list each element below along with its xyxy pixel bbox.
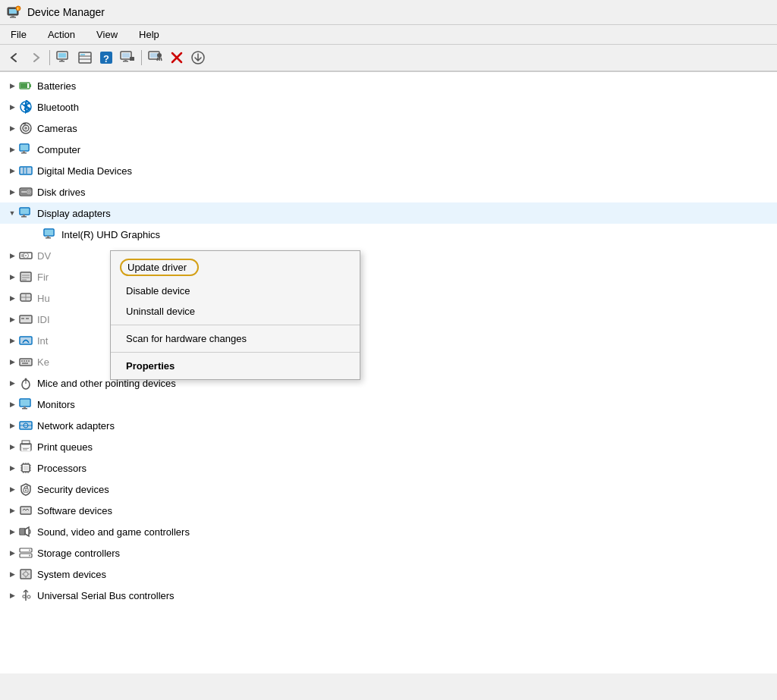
toolbar-device-btn[interactable]	[146, 48, 165, 67]
ctx-disable-device[interactable]: Disable device	[111, 281, 360, 301]
svg-rect-8	[61, 59, 63, 61]
tree-item-monitors[interactable]: ▶ Monitors	[0, 394, 777, 415]
toolbar-show-btn[interactable]	[54, 48, 74, 67]
tree-item-cameras[interactable]: ▶ Cameras	[0, 118, 777, 139]
update-driver-highlight: Update driver	[120, 259, 199, 276]
expander-print-queues[interactable]: ▶	[6, 441, 18, 453]
tree-item-display-adapters[interactable]: ▼ Display adapters	[0, 202, 777, 224]
expander-firmware[interactable]: ▶	[6, 271, 18, 283]
svg-rect-91	[24, 407, 26, 408]
disk-drives-icon	[18, 184, 33, 199]
svg-rect-2	[11, 15, 14, 17]
svg-point-117	[25, 490, 27, 491]
expander-batteries[interactable]: ▶	[6, 80, 18, 92]
tree-item-usb[interactable]: ▶ Universal Serial Bus controllers	[0, 585, 777, 606]
expander-digital-media[interactable]: ▶	[6, 165, 18, 177]
display-adapters-icon	[18, 206, 33, 221]
toolbar-help-btn[interactable]: ?	[96, 48, 116, 67]
tree-item-digital-media[interactable]: ▶ Digital Media Devices	[0, 160, 777, 181]
intel-network-icon	[18, 333, 33, 348]
svg-rect-51	[21, 191, 27, 193]
keyboards-label: Ke	[37, 356, 49, 368]
svg-rect-1	[9, 9, 17, 14]
expander-disk-drives[interactable]: ▶	[6, 186, 18, 198]
tree-item-bluetooth[interactable]: ▶ ∧ Bluetooth	[0, 96, 777, 118]
expander-processors[interactable]: ▶	[6, 462, 18, 474]
svg-rect-76	[26, 318, 29, 319]
cameras-label: Cameras	[37, 123, 77, 134]
keyboards-icon	[18, 354, 33, 369]
svg-text:?: ?	[103, 53, 109, 64]
menu-view[interactable]: View	[92, 27, 122, 42]
toolbar: ?	[0, 45, 777, 72]
svg-rect-55	[21, 216, 27, 218]
processors-icon	[18, 460, 33, 476]
ctx-update-driver[interactable]: Update driver	[111, 254, 360, 281]
forward-button[interactable]	[26, 48, 46, 67]
toolbar-update-btn[interactable]	[188, 48, 208, 67]
expander-display-adapters[interactable]: ▼	[6, 207, 18, 219]
svg-rect-82	[24, 360, 25, 362]
tree-item-sound[interactable]: ▶ Sound, video and game controllers	[0, 521, 777, 542]
software-devices-label: Software devices	[37, 505, 112, 516]
expander-computer[interactable]: ▶	[6, 143, 18, 155]
expander-security-devices[interactable]: ▶	[6, 483, 18, 495]
ctx-properties[interactable]: Properties	[111, 356, 360, 376]
toolbar-list-btn[interactable]	[75, 48, 95, 67]
menu-help[interactable]: Help	[134, 27, 164, 42]
ctx-uninstall-device[interactable]: Uninstall device	[111, 301, 360, 322]
toolbar-remove-btn[interactable]	[167, 48, 187, 67]
digital-media-label: Digital Media Devices	[37, 165, 132, 177]
tree-item-display-child[interactable]: Intel(R) UHD Graphics	[0, 224, 777, 245]
svg-rect-32	[20, 83, 27, 88]
svg-line-26	[161, 58, 162, 61]
expander-sound[interactable]: ▶	[6, 526, 18, 538]
tree-item-security-devices[interactable]: ▶ Security devices	[0, 479, 777, 500]
expander-usb[interactable]: ▶	[6, 589, 18, 601]
tree-item-network-adapters[interactable]: ▶ Network adapters	[0, 415, 777, 436]
tree-item-system-devices[interactable]: ▶ System devices	[0, 563, 777, 585]
print-queues-label: Print queues	[37, 441, 93, 453]
menu-action[interactable]: Action	[43, 27, 80, 42]
expander-mice[interactable]: ▶	[6, 377, 18, 389]
tree-item-computer[interactable]: ▶ Computer	[0, 139, 777, 160]
toolbar-monitor-btn[interactable]	[118, 48, 137, 67]
svg-point-23	[157, 53, 162, 58]
expander-monitors[interactable]: ▶	[6, 398, 18, 410]
svg-rect-40	[20, 145, 28, 150]
expander-system-devices[interactable]: ▶	[6, 568, 18, 580]
expander-dvd[interactable]: ▶	[6, 250, 18, 262]
ide-icon	[18, 312, 33, 327]
expander-ide[interactable]: ▶	[6, 313, 18, 325]
expander-network-adapters[interactable]: ▶	[6, 419, 18, 432]
sound-label: Sound, video and game controllers	[37, 526, 190, 538]
security-devices-icon	[18, 482, 33, 497]
expander-keyboards[interactable]: ▶	[6, 356, 18, 368]
expander-intel-network[interactable]: ▶	[6, 334, 18, 347]
expander-bluetooth[interactable]: ▶	[6, 101, 18, 113]
ide-label: IDI	[37, 314, 50, 325]
cameras-icon	[18, 121, 33, 136]
svg-rect-121	[20, 529, 24, 534]
usb-label: Universal Serial Bus controllers	[37, 590, 175, 601]
expander-hid[interactable]: ▶	[6, 292, 18, 304]
back-button[interactable]	[5, 48, 24, 67]
computer-icon	[18, 142, 33, 157]
expander-storage[interactable]: ▶	[6, 547, 18, 559]
expander-software-devices[interactable]: ▶	[6, 504, 18, 516]
expander-cameras[interactable]: ▶	[6, 122, 18, 134]
tree-item-processors[interactable]: ▶ Processors	[0, 457, 777, 479]
tree-item-disk-drives[interactable]: ▶ Disk drives	[0, 181, 777, 202]
display-adapters-label: Display adapters	[37, 208, 111, 219]
menu-file[interactable]: File	[6, 27, 31, 42]
svg-point-37	[24, 127, 27, 130]
tree-item-storage[interactable]: ▶ Storage controllers	[0, 542, 777, 563]
ctx-scan-changes[interactable]: Scan for hardware changes	[111, 328, 360, 349]
svg-rect-38	[23, 123, 26, 124]
svg-rect-59	[46, 237, 51, 239]
tree-item-print-queues[interactable]: ▶ Print queues	[0, 436, 777, 457]
tree-item-batteries[interactable]: ▶ Batteries	[0, 75, 777, 96]
svg-point-88	[25, 378, 27, 381]
tree-item-software-devices[interactable]: ▶ Software devices	[0, 500, 777, 521]
svg-point-125	[29, 555, 30, 557]
